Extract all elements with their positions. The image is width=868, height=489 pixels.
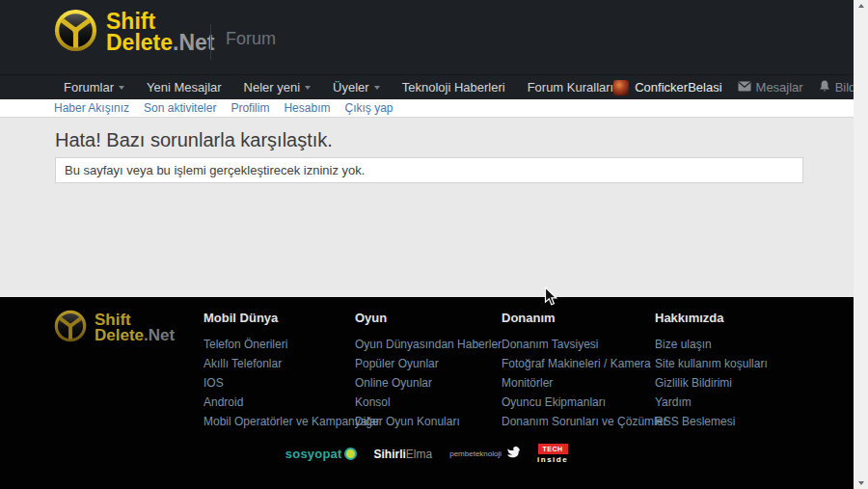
site-footer: ShiftDelete.Net Mobil Dünya Telefon Öner…	[0, 297, 854, 489]
main-content: Hata! Bazı sorunlarla karşılaştık. Bu sa…	[0, 118, 854, 297]
site-header: ShiftDelete.Net Forum Forumlar Yeni Mesa…	[0, 0, 854, 99]
sosyopat-logo-text: sosyopat	[285, 447, 342, 461]
subnav-item-profilim[interactable]: Profilim	[231, 101, 269, 115]
username: ConfickerBelasi	[635, 80, 721, 95]
footer-column-title: Mobil Dünya	[203, 311, 380, 325]
nav-item-neler-yeni[interactable]: Neler yeni	[244, 80, 312, 95]
partner-pembeteknoloji[interactable]: pembeteknoloji	[449, 446, 520, 463]
partner-sihirli-elma[interactable]: SihirliElma	[374, 448, 433, 461]
nav-item-uyeler[interactable]: Üyeler	[333, 80, 380, 95]
footer-column-title: Hakkımızda	[655, 311, 768, 325]
forum-page: ShiftDelete.Net Forum Forumlar Yeni Mesa…	[0, 0, 854, 489]
bell-icon	[819, 80, 830, 95]
shiftdelete-footer-logo-icon	[54, 310, 87, 346]
envelope-icon	[738, 80, 751, 95]
footer-link[interactable]: Online Oyunlar	[355, 376, 502, 388]
footer-link[interactable]: Popüler Oyunlar	[355, 357, 502, 368]
footer-link[interactable]: Site kullanım koşulları	[655, 357, 768, 368]
footer-column-oyun: Oyun Oyun Dünyasından Haberler Popüler O…	[355, 311, 502, 434]
nav-item-yeni-mesajlar[interactable]: Yeni Mesajlar	[147, 80, 222, 95]
swan-icon	[504, 446, 520, 463]
footer-logo-suffix: .Net	[144, 326, 175, 344]
subnav-item-cikis-yap[interactable]: Çıkış yap	[344, 101, 393, 115]
main-navbar: Forumlar Yeni Mesajlar Neler yeni Üyeler…	[0, 74, 854, 99]
site-logo[interactable]: ShiftDelete.Net	[54, 9, 215, 56]
footer-logo[interactable]: ShiftDelete.Net	[54, 310, 175, 346]
subnav-item-hesabim[interactable]: Hesabım	[284, 101, 330, 115]
footer-link[interactable]: Donanım Tavsiyesi	[502, 338, 666, 349]
site-logo-text: ShiftDelete.Net	[106, 12, 215, 52]
subnav-item-son-aktiviteler[interactable]: Son aktiviteler	[144, 101, 216, 115]
user-menu[interactable]: ConfickerBelasi	[613, 80, 721, 95]
footer-link[interactable]: Oyuncu Ekipmanları	[502, 395, 666, 407]
user-subnav: Haber Akışınız Son aktiviteler Profilim …	[0, 99, 854, 118]
sihirli-elma-logo-bold: Sihirli	[374, 448, 406, 461]
footer-link[interactable]: Konsol	[355, 395, 502, 407]
error-page-title: Hata! Bazı sorunlarla karşılaştık.	[55, 129, 333, 151]
nav-item-label: Neler yeni	[244, 80, 301, 95]
footer-link[interactable]: Android	[203, 395, 380, 407]
nav-item-label: Üyeler	[333, 80, 369, 95]
messages-button[interactable]: Mesajlar	[738, 80, 803, 95]
nav-left-group: Forumlar Yeni Mesajlar Neler yeni Üyeler…	[64, 80, 613, 95]
footer-link[interactable]: Bize ulaşın	[655, 338, 768, 349]
footer-link[interactable]: Diğer Oyun Konuları	[355, 415, 502, 426]
error-message-box: Bu sayfayı veya bu işlemi gerçekleştirec…	[55, 157, 803, 183]
messages-label: Mesajlar	[756, 80, 803, 95]
nav-item-forumlar[interactable]: Forumlar	[64, 80, 124, 95]
logo-suffix: .Net	[173, 30, 214, 55]
nav-item-forum-kurallari[interactable]: Forum Kuralları	[528, 80, 614, 95]
footer-logo-text: ShiftDelete.Net	[95, 312, 175, 343]
chevron-down-icon	[374, 86, 380, 90]
vertical-scrollbar[interactable]	[854, 0, 868, 489]
footer-column-donanim: Donanım Donanım Tavsiyesi Fotoğraf Makin…	[502, 311, 666, 434]
brand-divider	[210, 24, 211, 60]
footer-link[interactable]: Monitörler	[502, 376, 666, 388]
nav-item-label: Teknoloji Haberleri	[402, 80, 505, 95]
sihirli-elma-logo-light: Elma	[406, 448, 432, 461]
sosyopat-logo-icon	[344, 448, 357, 460]
nav-right-group: ConfickerBelasi Mesajlar Bildirimler	[613, 80, 868, 95]
nav-item-teknoloji-haberleri[interactable]: Teknoloji Haberleri	[402, 80, 505, 95]
nav-item-label: Yeni Mesajlar	[147, 80, 222, 95]
footer-link[interactable]: Donanım Sorunları ve Çözümler	[502, 415, 666, 426]
footer-link[interactable]: Telefon Önerileri	[203, 338, 380, 349]
footer-column-title: Oyun	[355, 311, 502, 325]
scrollbar-down-arrow[interactable]	[854, 477, 868, 489]
partner-sosyopat[interactable]: sosyopat	[285, 447, 357, 461]
logo-line2: Delete	[106, 30, 173, 55]
footer-column-mobil-dunya: Mobil Dünya Telefon Önerileri Akıllı Tel…	[203, 311, 380, 434]
chevron-down-icon	[119, 86, 124, 90]
section-label: Forum	[226, 29, 276, 49]
tech-inside-logo-bottom: inside	[537, 455, 568, 464]
footer-column-hakkimizda: Hakkımızda Bize ulaşın Site kullanım koş…	[655, 311, 768, 434]
shiftdelete-logo-icon	[54, 9, 97, 56]
footer-link[interactable]: IOS	[203, 376, 380, 388]
footer-link[interactable]: Akıllı Telefonlar	[203, 357, 380, 368]
footer-link[interactable]: Oyun Dünyasından Haberler	[355, 338, 502, 349]
tech-inside-logo-top: TECH	[538, 444, 568, 454]
subnav-item-haber-akisiniz[interactable]: Haber Akışınız	[54, 101, 129, 115]
nav-item-label: Forumlar	[64, 80, 114, 95]
triangle-up-icon	[858, 4, 864, 8]
scrollbar-up-arrow[interactable]	[854, 0, 868, 12]
chevron-down-icon	[305, 86, 311, 90]
footer-link[interactable]: Fotoğraf Makineleri / Kamera	[502, 357, 666, 368]
partner-logos: sosyopat SihirliElma pembeteknoloji TECH…	[0, 444, 854, 464]
footer-column-title: Donanım	[502, 311, 666, 325]
partner-tech-inside[interactable]: TECH inside	[537, 444, 568, 464]
pembeteknoloji-logo-text: pembeteknoloji	[449, 449, 502, 458]
footer-link[interactable]: RSS Beslemesi	[655, 415, 768, 426]
footer-logo-line2: Delete	[95, 326, 144, 344]
user-avatar	[613, 80, 629, 95]
triangle-down-icon	[858, 481, 864, 485]
footer-link[interactable]: Yardım	[655, 395, 768, 407]
footer-link[interactable]: Gizlilik Bildirimi	[655, 376, 768, 388]
nav-item-label: Forum Kuralları	[528, 80, 614, 95]
footer-link[interactable]: Mobil Operatörler ve Kampanyalar	[203, 415, 380, 426]
